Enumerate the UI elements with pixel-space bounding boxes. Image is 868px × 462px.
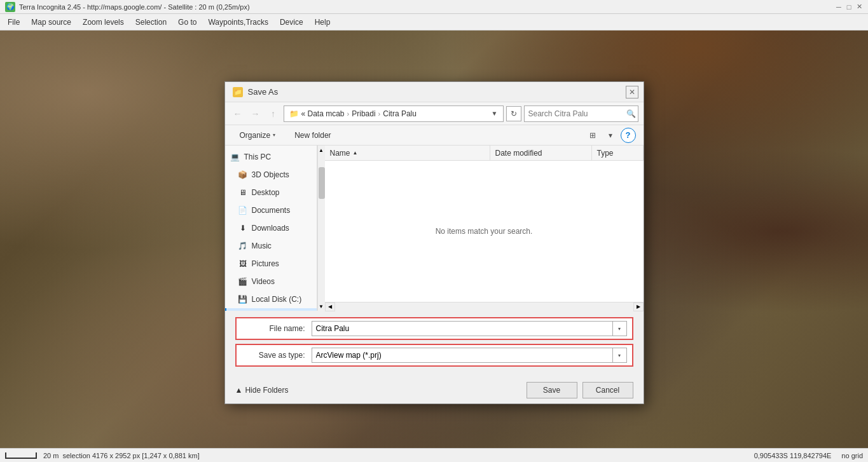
menu-file[interactable]: File xyxy=(3,16,25,29)
sidebar-item-documents[interactable]: 📄 Documents xyxy=(225,201,317,219)
col-header-date[interactable]: Date modified xyxy=(490,146,592,160)
file-name-dropdown-button[interactable]: ▾ xyxy=(613,321,627,336)
local-disk-icon: 💾 xyxy=(238,294,248,304)
path-sep-2: › xyxy=(378,110,381,118)
path-dropdown-arrow[interactable]: ▼ xyxy=(492,110,498,117)
3d-objects-icon: 📦 xyxy=(238,170,248,180)
path-segment-2: Citra Palu xyxy=(383,109,417,118)
videos-icon: 🎬 xyxy=(238,276,248,287)
sidebar-wrapper: 💻 This PC 📦 3D Objects 🖥 Desktop 📄 Docum… xyxy=(225,146,325,311)
downloads-icon: ⬇ xyxy=(238,223,248,233)
documents-icon: 📄 xyxy=(238,205,248,215)
scroll-up-button[interactable]: ▲ xyxy=(318,146,325,154)
save-as-type-label: Save as type: xyxy=(242,351,312,360)
dialog-title-icon: 📁 xyxy=(233,87,243,97)
new-folder-button[interactable]: New folder xyxy=(287,128,338,143)
window-title: Terra Incognita 2.45 - http://maps.googl… xyxy=(19,3,250,11)
save-type-dropdown-button[interactable]: ▾ xyxy=(613,348,627,363)
h-scroll-left-button[interactable]: ◀ xyxy=(325,302,335,311)
save-as-type-row: Save as type: ArcView map (*.prj) ▾ xyxy=(235,344,633,367)
path-folder-icon: 📁 xyxy=(289,109,299,118)
save-as-type-wrapper: ArcView map (*.prj) ▾ xyxy=(312,348,627,363)
sidebar-item-local-disk[interactable]: 💾 Local Disk (C:) xyxy=(225,290,317,308)
path-segment-1: Pribadi xyxy=(352,109,375,118)
scale-bar xyxy=(5,452,37,459)
selection-info: selection 4176 x 2952 px [1,247 x 0,881 … xyxy=(62,452,199,459)
minimize-button[interactable]: ─ xyxy=(835,3,843,11)
menu-map-source[interactable]: Map source xyxy=(26,16,76,29)
forward-button[interactable]: → xyxy=(248,106,263,121)
search-input[interactable] xyxy=(528,109,624,118)
view-dropdown-button[interactable]: ▾ xyxy=(603,128,618,143)
col-header-type[interactable]: Type xyxy=(592,146,644,160)
sidebar-item-music[interactable]: 🎵 Music xyxy=(225,237,317,255)
organize-button[interactable]: Organize ▾ xyxy=(233,128,283,143)
desktop-icon: 🖥 xyxy=(238,187,248,198)
title-bar: 🌍 Terra Incognita 2.45 - http://maps.goo… xyxy=(0,0,868,14)
save-button[interactable]: Save xyxy=(527,382,577,398)
view-toggle-button[interactable]: ⊞ xyxy=(585,128,600,143)
scale-label: 20 m xyxy=(43,452,59,459)
sidebar-item-this-pc[interactable]: 💻 This PC xyxy=(225,148,317,166)
scroll-down-button[interactable]: ▼ xyxy=(318,302,325,311)
address-bar: ← → ↑ 📁 « Data mcab › Pribadi › Citra Pa… xyxy=(225,102,644,125)
dialog-close-button[interactable]: ✕ xyxy=(626,86,638,99)
menu-waypoints-tracks[interactable]: Waypoints,Tracks xyxy=(203,16,273,29)
music-icon: 🎵 xyxy=(238,241,248,251)
close-window-button[interactable]: ✕ xyxy=(855,3,863,11)
search-box: 🔍 xyxy=(524,105,638,122)
dialog-file-list: Name ▲ Date modified Type No items match… xyxy=(325,146,644,311)
dialog-overlay: 📁 Save As ✕ ← → ↑ 📁 « Data mcab › Pribad… xyxy=(0,31,868,448)
status-bar: 20 m selection 4176 x 2952 px [1,247 x 0… xyxy=(0,448,868,462)
pictures-icon: 🖼 xyxy=(238,259,248,269)
dialog-actions: ▲ Hide Folders Save Cancel xyxy=(225,377,644,404)
file-name-label: File name: xyxy=(242,324,312,333)
toolbar-right: ⊞ ▾ ? xyxy=(585,128,636,143)
path-sep-1: › xyxy=(347,110,350,118)
sidebar-item-downloads[interactable]: ⬇ Downloads xyxy=(225,219,317,237)
coordinates: 0,905433S 119,842794E xyxy=(754,452,832,459)
h-scroll-track xyxy=(335,302,633,311)
dialog-toolbar: Organize ▾ New folder ⊞ ▾ ? xyxy=(225,125,644,146)
sidebar-item-videos[interactable]: 🎬 Videos xyxy=(225,273,317,290)
col-header-name[interactable]: Name ▲ xyxy=(325,146,490,160)
menu-selection[interactable]: Selection xyxy=(130,16,172,29)
organize-dropdown-icon: ▾ xyxy=(273,132,275,138)
maximize-button[interactable]: □ xyxy=(845,3,853,11)
file-name-input[interactable] xyxy=(312,321,613,336)
sidebar-item-data-e[interactable]: 💾 DATA (E:) xyxy=(225,308,317,311)
address-path[interactable]: 📁 « Data mcab › Pribadi › Citra Palu ▼ xyxy=(284,105,504,122)
save-as-type-select[interactable]: ArcView map (*.prj) xyxy=(312,348,613,363)
hide-folders-button[interactable]: ▲ Hide Folders xyxy=(235,386,289,395)
menu-go-to[interactable]: Go to xyxy=(173,16,202,29)
dialog-title-bar: 📁 Save As ✕ xyxy=(225,82,644,102)
empty-message: No items match your search. xyxy=(436,227,533,236)
sidebar-item-desktop[interactable]: 🖥 Desktop xyxy=(225,184,317,201)
dialog-title-left: 📁 Save As xyxy=(233,87,279,97)
h-scroll-right-button[interactable]: ▶ xyxy=(633,302,644,311)
sidebar-item-pictures[interactable]: 🖼 Pictures xyxy=(225,255,317,273)
dialog-title-text: Save As xyxy=(248,87,279,97)
help-button[interactable]: ? xyxy=(621,128,636,143)
dialog-sidebar: 💻 This PC 📦 3D Objects 🖥 Desktop 📄 Docum… xyxy=(225,146,317,311)
save-as-dialog: 📁 Save As ✕ ← → ↑ 📁 « Data mcab › Pribad… xyxy=(224,81,644,404)
title-bar-left: 🌍 Terra Incognita 2.45 - http://maps.goo… xyxy=(5,2,250,12)
title-bar-controls: ─ □ ✕ xyxy=(835,3,863,11)
up-button[interactable]: ↑ xyxy=(266,106,281,121)
column-headers: Name ▲ Date modified Type xyxy=(325,146,644,161)
scroll-thumb xyxy=(319,167,325,199)
menu-device[interactable]: Device xyxy=(275,16,308,29)
scroll-track xyxy=(318,154,325,302)
back-button[interactable]: ← xyxy=(230,106,245,121)
dialog-form: File name: ▾ Save as type: ArcView map (… xyxy=(225,311,644,377)
hide-folders-chevron-icon: ▲ xyxy=(235,386,243,395)
dialog-content: 💻 This PC 📦 3D Objects 🖥 Desktop 📄 Docum… xyxy=(225,146,644,311)
refresh-button[interactable]: ↻ xyxy=(506,106,521,121)
menu-help[interactable]: Help xyxy=(310,16,336,29)
sidebar-item-3d-objects[interactable]: 📦 3D Objects xyxy=(225,166,317,184)
sort-arrow: ▲ xyxy=(353,150,358,156)
grid-status: no grid xyxy=(841,452,863,459)
cancel-button[interactable]: Cancel xyxy=(582,382,633,398)
menu-zoom-levels[interactable]: Zoom levels xyxy=(78,16,129,29)
app-icon: 🌍 xyxy=(5,2,15,12)
